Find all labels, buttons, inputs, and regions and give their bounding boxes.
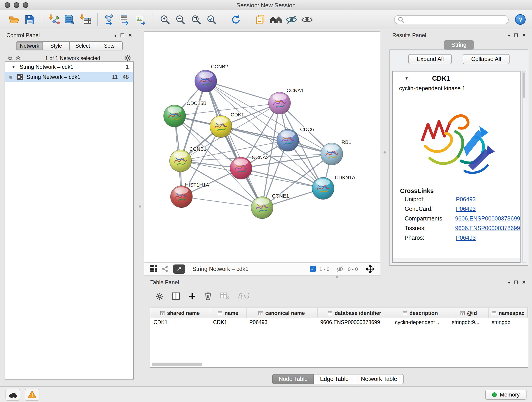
column-header[interactable]: namespac (488, 308, 528, 318)
current-network-dot (9, 75, 12, 79)
results-vertical-scrollbar[interactable] (522, 71, 526, 263)
zoom-out-button[interactable] (173, 12, 188, 27)
column-header[interactable]: shared name (150, 308, 210, 318)
table-float-icon[interactable] (514, 281, 518, 284)
network-collection-row[interactable]: ▼ String Network – cdk1 1 (5, 62, 133, 72)
import-network-file-button[interactable] (46, 12, 62, 27)
cell-shared-name[interactable]: CDK1 (150, 318, 210, 326)
expand-all-button[interactable]: Expand All (409, 54, 452, 64)
network-node-CCNB2[interactable]: CCNB2 (195, 64, 228, 92)
table-row[interactable]: CDK1 CDK1 P06493 9606.ENSP00000378699 cy… (150, 318, 528, 326)
import-network-database-button[interactable] (62, 12, 77, 27)
crosslinks-title: CrossLinks (393, 187, 520, 194)
collapse-all-icon[interactable] (7, 55, 13, 61)
panel-close-icon[interactable]: × (128, 33, 132, 38)
network-row-selected[interactable]: String Network – cdk1 11 48 (5, 72, 133, 82)
network-node-CDKN1A[interactable]: CDKN1A (312, 175, 355, 199)
import-table-file-button[interactable] (77, 12, 93, 27)
warnings-button[interactable] (25, 389, 39, 400)
show-all-button[interactable] (299, 12, 315, 27)
network-node-HIST1H1A[interactable]: HIST1H1A (171, 182, 209, 208)
birdseye-view-button[interactable]: ↗ (173, 264, 185, 274)
table-menu-icon[interactable]: ▾ (508, 280, 510, 285)
column-header[interactable]: description (392, 308, 449, 318)
cell-namespace[interactable]: stringdb (488, 318, 528, 326)
panel-menu-icon[interactable]: ▾ (114, 33, 117, 38)
zoom-fit-button[interactable] (188, 12, 204, 27)
column-header[interactable]: canonical name (246, 308, 317, 318)
home-layout-button[interactable] (268, 12, 284, 27)
refresh-button[interactable] (228, 12, 244, 27)
network-node-CCNB1[interactable]: CCNB1 (170, 146, 206, 172)
network-share-icon[interactable] (161, 265, 169, 272)
network-canvas[interactable]: CCNB2CCNA1CDC25BCDK1CDC6RB1CCNB1CCNA2CDK… (144, 32, 380, 262)
open-session-button[interactable] (6, 12, 22, 27)
tab-string[interactable]: String (444, 40, 474, 50)
crosslink-link[interactable]: P06493 (456, 235, 476, 241)
export-image-button[interactable] (133, 12, 148, 27)
right-splitter-handle[interactable] (384, 151, 386, 153)
help-button[interactable]: ? (515, 14, 526, 25)
network-node-CCNA1[interactable]: CCNA1 (268, 88, 304, 114)
grid-mode-icon[interactable] (150, 265, 157, 272)
hidden-count: 0 - 0 (348, 266, 358, 272)
show-columns-icon[interactable] (172, 293, 180, 300)
tree-expand-icon[interactable]: ▼ (12, 65, 16, 69)
save-session-button[interactable] (22, 12, 38, 27)
tab-edge-table[interactable]: Edge Table (314, 374, 355, 384)
zoom-out-icon (175, 14, 186, 25)
network-node-CDK1[interactable]: CDK1 (210, 112, 244, 138)
crosslink-link[interactable]: 9606.ENSP00000378699 (455, 225, 520, 231)
tab-network[interactable]: Network (16, 41, 43, 51)
gene-collapse-icon[interactable]: ▼ (405, 76, 409, 81)
clear-table-icon (220, 293, 229, 300)
column-header[interactable]: @id (449, 308, 488, 318)
cell-description[interactable]: cyclin-dependent ... (392, 318, 449, 326)
expand-all-icon[interactable] (16, 55, 21, 61)
tab-node-table[interactable]: Node Table (272, 374, 314, 384)
crosslink-link[interactable]: P06493 (456, 196, 476, 202)
cell-database-identifier[interactable]: 9606.ENSP00000378699 (317, 318, 392, 326)
gene-section-header[interactable]: ▼ CDK1 (393, 71, 520, 85)
left-splitter-handle[interactable] (139, 205, 141, 208)
hide-selected-button[interactable] (284, 12, 299, 27)
delete-column-icon[interactable] (204, 292, 212, 300)
crosslink-link[interactable]: P06493 (456, 206, 476, 212)
results-float-icon[interactable] (514, 33, 518, 37)
cloud-button[interactable] (6, 389, 20, 400)
zoom-selected-button[interactable] (204, 12, 220, 27)
crosslink-link[interactable]: 9606.ENSP00000378699 (455, 215, 520, 222)
gear-icon[interactable] (124, 55, 131, 61)
results-menu-icon[interactable]: ▾ (508, 33, 510, 38)
network-node-RB1[interactable]: RB1 (321, 139, 351, 165)
network-node-CDC6[interactable]: CDC6 (277, 127, 314, 151)
results-horizontal-scrollbar[interactable] (393, 259, 520, 262)
zoom-in-button[interactable] (157, 12, 173, 27)
add-column-icon[interactable] (188, 292, 196, 300)
cell-name[interactable]: CDK1 (210, 318, 246, 326)
column-header[interactable]: name (210, 308, 246, 318)
results-close-icon[interactable]: × (522, 33, 526, 38)
clone-table-button[interactable] (117, 12, 133, 27)
cell-id[interactable]: stringdb:9... (449, 318, 488, 326)
clone-network-button[interactable] (102, 12, 117, 27)
panel-float-icon[interactable] (121, 33, 124, 37)
table-close-icon[interactable]: × (522, 280, 526, 285)
bottom-splitter-handle[interactable] (336, 276, 338, 278)
results-panel-title: Results Panel (392, 32, 426, 38)
tab-network-table[interactable]: Network Table (355, 374, 404, 384)
table-settings-gear-icon[interactable] (156, 292, 164, 300)
table-horizontal-scrollbar[interactable] (152, 363, 202, 366)
collapse-all-button[interactable]: Collapse All (463, 54, 510, 64)
tab-sets[interactable]: Sets (96, 41, 123, 51)
pan-crosshair-icon[interactable] (366, 265, 374, 273)
column-header[interactable]: database identifier (317, 308, 392, 318)
memory-button[interactable]: Memory (485, 389, 526, 400)
annotation-checkbox-icon[interactable]: ✓ (310, 266, 316, 272)
cell-canonical-name[interactable]: P06493 (246, 318, 317, 326)
tab-style[interactable]: Style (43, 41, 70, 51)
node-label-CDC6: CDC6 (300, 127, 314, 132)
tab-select[interactable]: Select (70, 41, 96, 51)
copy-button[interactable] (253, 12, 268, 27)
search-input[interactable] (394, 15, 509, 24)
